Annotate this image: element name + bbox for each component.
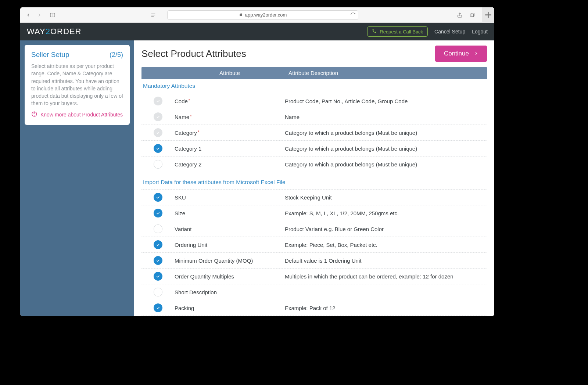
check-locked-icon xyxy=(154,128,162,137)
attribute-name: Minimum Order Quantity (MOQ) xyxy=(175,258,285,264)
attribute-row: Minimum Order Quantity (MOQ)Default valu… xyxy=(141,253,487,269)
back-button[interactable] xyxy=(23,10,33,20)
attribute-row: PackingExample: Pack of 12 xyxy=(141,300,487,316)
check-off-icon[interactable] xyxy=(154,288,162,296)
continue-button[interactable]: Continue xyxy=(435,46,487,62)
attribute-row: Ordering UnitExample: Piece, Set, Box, P… xyxy=(141,237,487,253)
attribute-desc: Example: Pack of 12 xyxy=(285,305,487,311)
attribute-name: Order Quantity Multiples xyxy=(175,273,285,280)
attribute-name: Packing xyxy=(175,305,285,311)
app-header: WAY2ORDER Request a Call Back Cancel Set… xyxy=(20,23,494,40)
attribute-desc: Example: S, M, L, XL, 1/2, 20MM, 250gms … xyxy=(285,210,487,216)
svg-rect-6 xyxy=(471,13,474,16)
attribute-name: Name* xyxy=(175,114,285,120)
attribute-desc: Product Variant e.g. Blue or Green Color xyxy=(285,226,487,232)
lock-icon xyxy=(239,12,243,18)
setup-card: Seller Setup (2/5) Select attributes as … xyxy=(25,45,130,125)
side-panel: Seller Setup (2/5) Select attributes as … xyxy=(20,40,134,316)
attribute-name: Variant xyxy=(175,226,285,232)
attribute-row: Order Quantity MultiplesMultiples in whi… xyxy=(141,269,487,284)
attribute-row: Category*Category to which a product bel… xyxy=(141,125,487,141)
table-header: Attribute Attribute Description xyxy=(141,67,487,79)
attribute-name: Short Description xyxy=(175,289,285,295)
callback-label: Request a Call Back xyxy=(380,29,423,35)
attribute-desc: Stock Keeping Unit xyxy=(285,194,487,201)
address-text: app.way2order.com xyxy=(245,12,287,18)
share-icon[interactable] xyxy=(455,10,465,20)
attribute-row: SKUStock Keeping Unit xyxy=(141,189,487,205)
attribute-row: VariantProduct Variant e.g. Blue or Gree… xyxy=(141,221,487,237)
check-on-icon[interactable] xyxy=(154,272,162,281)
chevron-right-icon xyxy=(474,50,478,57)
attribute-name: Code* xyxy=(175,98,285,104)
phone-icon xyxy=(372,29,377,35)
svg-rect-0 xyxy=(50,13,55,17)
logout-link[interactable]: Logout xyxy=(472,29,488,35)
reload-icon[interactable] xyxy=(350,12,356,19)
attribute-row: Category 1Category to which a product be… xyxy=(141,141,487,156)
sidebar-toggle-icon[interactable] xyxy=(47,10,58,20)
check-on-icon[interactable] xyxy=(154,256,162,265)
reader-mode-icon[interactable] xyxy=(148,10,158,20)
th-description: Attribute Description xyxy=(285,70,487,76)
attribute-name: Size xyxy=(175,210,285,216)
new-tab-button[interactable] xyxy=(482,7,494,23)
setup-description: Select attributes as per your product ra… xyxy=(31,62,123,107)
help-icon xyxy=(31,111,37,118)
attribute-name: Category 1 xyxy=(175,145,285,152)
page-title: Select Product Attributes xyxy=(141,48,246,60)
check-on-icon[interactable] xyxy=(154,209,162,217)
attribute-desc: Category to which a product belongs (Mus… xyxy=(285,161,487,168)
attribute-name: SKU xyxy=(175,194,285,201)
section-mandatory: Mandatory Attributes xyxy=(141,79,487,93)
check-on-icon[interactable] xyxy=(154,240,162,249)
logo: WAY2ORDER xyxy=(27,27,81,36)
cancel-setup-link[interactable]: Cancel Setup xyxy=(434,29,465,35)
section-import: Import Data for these attributes from Mi… xyxy=(141,175,487,189)
check-locked-icon xyxy=(154,112,162,121)
check-on-icon[interactable] xyxy=(154,303,162,312)
browser-toolbar: app.way2order.com xyxy=(20,7,494,23)
attribute-name: Category* xyxy=(175,130,285,136)
request-callback-button[interactable]: Request a Call Back xyxy=(367,26,428,37)
attribute-name: Ordering Unit xyxy=(175,242,285,248)
know-more-label: Know more about Product Attributes xyxy=(40,112,123,118)
main-content: Select Product Attributes Continue Attri… xyxy=(134,40,494,316)
attribute-row: Code*Product Code, Part No., Article Cod… xyxy=(141,93,487,109)
attribute-row: SizeExample: S, M, L, XL, 1/2, 20MM, 250… xyxy=(141,205,487,221)
address-bar[interactable]: app.way2order.com xyxy=(167,10,358,20)
th-attribute: Attribute xyxy=(175,70,285,76)
know-more-link[interactable]: Know more about Product Attributes xyxy=(31,111,123,118)
setup-step: (2/5) xyxy=(110,51,123,59)
attribute-desc: Product Code, Part No., Article Code, Gr… xyxy=(285,98,487,104)
attribute-name: Category 2 xyxy=(175,161,285,168)
attribute-desc: Category to which a product belongs (Mus… xyxy=(285,130,487,136)
check-off-icon[interactable] xyxy=(154,160,162,169)
check-locked-icon xyxy=(154,97,162,105)
svg-point-11 xyxy=(34,115,35,115)
attribute-desc: Multiples in which the product can be or… xyxy=(285,273,487,280)
check-on-icon[interactable] xyxy=(154,193,162,202)
forward-button[interactable] xyxy=(34,10,44,20)
attribute-desc: Category to which a product belongs (Mus… xyxy=(285,145,487,152)
attribute-desc: Example: Piece, Set, Box, Packet etc. xyxy=(285,242,487,248)
check-off-icon[interactable] xyxy=(154,224,162,233)
setup-title: Seller Setup xyxy=(31,51,69,59)
svg-rect-7 xyxy=(470,14,474,17)
attribute-row: Short Description xyxy=(141,284,487,300)
check-on-icon[interactable] xyxy=(154,144,162,153)
attribute-desc: Name xyxy=(285,114,487,120)
continue-label: Continue xyxy=(444,50,469,57)
tabs-icon[interactable] xyxy=(467,10,477,20)
attribute-row: Name*Name xyxy=(141,109,487,125)
attribute-desc: Default value is 1 Ordering Unit xyxy=(285,258,487,264)
attribute-row: Category 2Category to which a product be… xyxy=(141,156,487,172)
